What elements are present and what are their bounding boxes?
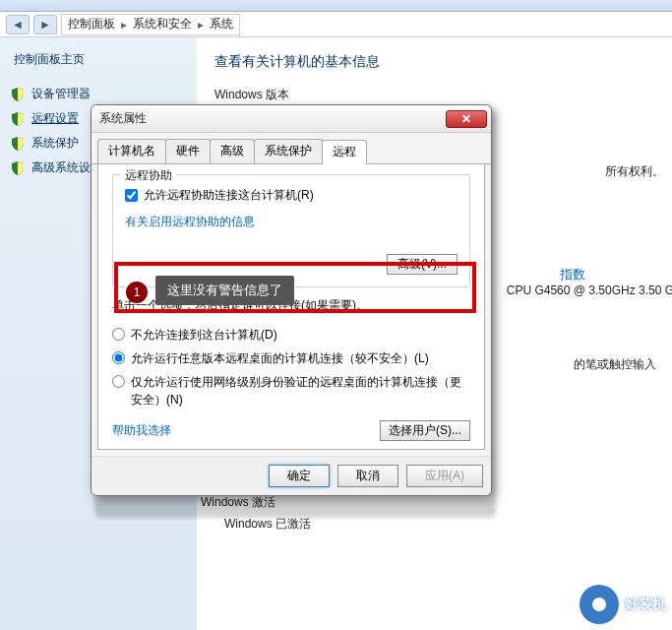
tab-advanced[interactable]: 高级 (210, 139, 255, 163)
tab-remote[interactable]: 远程 (322, 140, 367, 164)
breadcrumb-item[interactable]: 控制面板 (68, 16, 115, 32)
tab-system-protection[interactable]: 系统保护 (254, 139, 323, 163)
breadcrumb-item[interactable]: 系统 (210, 16, 233, 32)
radio-deny[interactable] (112, 328, 125, 341)
watermark: 好装机 (580, 585, 666, 624)
radio-allow-nla-label: 仅允许运行使用网络级别身份验证的远程桌面的计算机连接（更安全）(N) (131, 373, 470, 409)
page-title: 查看有关计算机的基本信息 (214, 53, 662, 71)
rights-text: 所有权利。 (605, 163, 664, 180)
breadcrumb-bar: ◄ ► 控制面板 ▸ 系统和安全 ▸ 系统 (0, 12, 672, 37)
shield-icon (10, 160, 26, 176)
annotation-badge: 1 (126, 282, 148, 303)
chevron-right-icon: ▸ (119, 18, 129, 32)
chevron-right-icon: ▸ (196, 18, 206, 32)
shield-icon (10, 111, 26, 127)
sidebar-item-label: 设备管理器 (31, 86, 91, 102)
sidebar-item-device-manager[interactable]: 设备管理器 (10, 82, 187, 106)
nav-fwd-button[interactable]: ► (33, 15, 57, 34)
breadcrumb[interactable]: 控制面板 ▸ 系统和安全 ▸ 系统 (61, 14, 240, 35)
radio-allow-any-label: 允许运行任意版本远程桌面的计算机连接（较不安全）(L) (131, 349, 470, 367)
perf-index-link[interactable]: 指数 (560, 267, 585, 282)
sidebar-item-label: 系统保护 (31, 135, 79, 152)
tab-computer-name[interactable]: 计算机名 (97, 139, 166, 163)
tab-strip: 计算机名 硬件 高级 系统保护 远程 (92, 133, 491, 164)
remote-desktop-group: 单击一个选项，然后指定谁可以连接(如果需要)。 不允许连接到这台计算机(D) 允… (112, 297, 470, 441)
help-choose-link[interactable]: 帮助我选择 (112, 422, 171, 439)
sidebar-heading: 控制面板主页 (10, 51, 187, 68)
annotation-tooltip: 这里没有警告信息了 (155, 276, 294, 305)
apply-button[interactable]: 应用(A) (406, 465, 483, 487)
window-titlebar (0, 0, 672, 12)
tab-hardware[interactable]: 硬件 (165, 139, 211, 163)
allow-remote-assist-label: 允许远程协助连接这台计算机(R) (144, 187, 314, 204)
radio-allow-any[interactable] (112, 351, 125, 364)
section-winver: Windows 版本 (214, 87, 662, 103)
watermark-logo-icon (580, 585, 619, 624)
group-title: 远程协助 (121, 167, 176, 184)
dialog-title: 系统属性 (99, 110, 446, 127)
activation-status: Windows 已激活 (224, 516, 311, 533)
close-button[interactable]: ✕ (446, 110, 487, 128)
shield-icon (10, 136, 26, 152)
cancel-button[interactable]: 取消 (337, 465, 398, 487)
nav-back-button[interactable]: ◄ (6, 15, 30, 34)
select-users-button[interactable]: 选择用户(S)... (380, 420, 470, 441)
watermark-text: 好装机 (625, 596, 666, 613)
allow-remote-assist-checkbox[interactable] (125, 189, 138, 202)
close-icon: ✕ (461, 112, 471, 126)
remote-assist-help-link[interactable]: 有关启用远程协助的信息 (125, 215, 255, 228)
radio-allow-nla[interactable] (112, 375, 125, 388)
breadcrumb-item[interactable]: 系统和安全 (133, 16, 192, 32)
pen-touch-value: 的笔或触控输入 (574, 356, 656, 373)
sidebar-item-label: 远程设置 (31, 110, 79, 127)
shield-icon (10, 87, 26, 102)
cpu-value: CPU G4560 @ 3.50GHz 3.50 G (507, 284, 672, 297)
radio-deny-label: 不允许连接到这台计算机(D) (131, 326, 470, 344)
ok-button[interactable]: 确定 (269, 465, 330, 487)
